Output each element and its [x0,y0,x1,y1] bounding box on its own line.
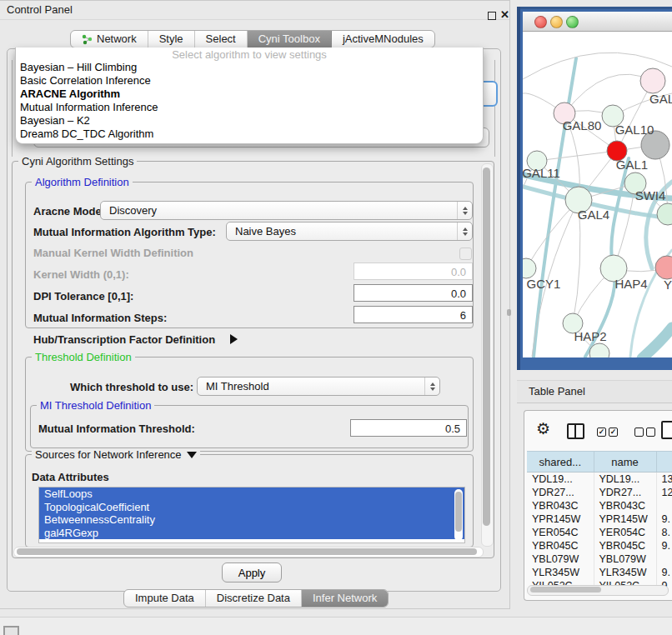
column-header-partial[interactable] [656,452,672,472]
settings-horizontal-scrollbar[interactable] [13,547,484,558]
mi-threshold-field[interactable]: 0.5 [350,419,467,437]
algorithm-option-aracne-algorithm[interactable]: ARACNE Algorithm [16,88,483,101]
node-attribute-table[interactable]: shared...name YDL19...YDL19...13YDR27...… [527,451,672,592]
float-panel-icon[interactable] [488,12,496,20]
table-cell: YDL19... [594,472,656,487]
column-header-name[interactable]: name [594,452,656,472]
manual-kernel-checkbox[interactable] [459,248,472,260]
table-row[interactable]: YBR045CYBR045C9. [527,539,672,552]
zoom-window-button[interactable] [566,16,579,28]
node-label-gal: GAL [649,92,672,106]
algorithm-option-bayesian-k2[interactable]: Bayesian – K2 [16,114,483,128]
aracne-mode-combo[interactable]: Discovery [100,201,473,220]
tab-impute-data[interactable]: Impute Data [124,590,206,607]
group-border-fragment [12,60,13,157]
node-unlabeled[interactable] [657,203,672,225]
table-cell: YDL19... [527,472,594,487]
attribute-item-selfloops[interactable]: SelfLoops [39,488,464,501]
table-cell: YER054C [527,526,594,539]
which-threshold-value: MI Threshold [206,380,269,392]
network-graph[interactable]: GALGAL80GAL10GAL1GAL11SWI4GAL4GCY1HAP4YH… [523,31,672,358]
cyni-settings-title: Cyni Algorithm Settings [18,155,137,168]
mi-threshold-group-title: MI Threshold Definition [37,399,154,412]
table-row[interactable]: YDL19...YDL19...13 [527,472,672,487]
table-cell: 9. [656,566,672,579]
which-threshold-combo[interactable]: MI Threshold [197,377,440,396]
table-cell [656,499,672,512]
algorithm-option-dream8-dc-tdc-algorithm[interactable]: Dream8 DC_TDC Algorithm [16,128,483,141]
table-panel-title: Table Panel [529,385,585,398]
table-row[interactable]: YBR043CYBR043C [527,499,672,512]
algorithm-dropdown-popup: Select algorithm to view settings Bayesi… [15,48,484,144]
table-cell: YER054C [594,526,656,539]
table-cell: 12 [656,486,672,499]
tab-style[interactable]: Style [148,31,195,48]
aracne-mode-value: Discovery [109,204,157,217]
attribute-item-gal4rgexp[interactable]: gal4RGexp [39,527,464,540]
kernel-width-field[interactable]: 0.0 [354,262,473,280]
close-window-button[interactable] [534,16,547,28]
node-label-swi4: SWI4 [635,188,666,202]
table-panel-header[interactable]: Table Panel [517,380,672,403]
combo-arrows-icon [457,202,472,219]
attribute-item-betweennesscentrality[interactable]: BetweennessCentrality [39,513,464,527]
combo-arrows-icon [424,378,439,395]
tab-label: Network [97,31,137,48]
control-panel-tabs: NetworkStyleSelectCyni ToolboxjActiveMNo… [70,30,435,48]
dpi-tolerance-field[interactable]: 0.0 [354,284,473,302]
attributes-scrollbar[interactable] [454,489,463,541]
attribute-item-topologicalcoefficient[interactable]: TopologicalCoefficient [39,501,464,514]
node-label-gal10: GAL10 [615,122,654,137]
table-cell: YBR045C [527,539,594,552]
table-panel-window: ⚙ ✓✓ shared...name YDL19...YDL19...13YDR… [524,410,672,601]
tab-infer-network[interactable]: Infer Network [302,590,388,607]
node-gal[interactable] [640,68,665,93]
tab-cyni-toolbox[interactable]: Cyni Toolbox [248,31,332,48]
tab-network[interactable]: Network [71,31,148,48]
status-strip [0,617,672,635]
table-cell: YDR27... [594,486,656,499]
table-horizontal-scrollbar[interactable] [527,585,669,596]
table-row[interactable]: YDR27...YDR27...12 [527,486,672,499]
export-table-icon[interactable] [661,421,672,439]
settings-vertical-scrollbar[interactable] [481,163,494,547]
close-panel-icon[interactable]: ✕ [500,8,509,21]
node-gcy1[interactable] [523,258,536,278]
settings-gear-icon[interactable]: ⚙ [536,419,550,438]
tab-discretize-data[interactable]: Discretize Data [206,590,302,607]
select-all-icon[interactable]: ✓✓ [597,428,618,437]
threshold-definition-title: Threshold Definition [32,351,135,363]
apply-button[interactable]: Apply [222,562,282,582]
table-row[interactable]: YER054CYER054C8. [527,526,672,539]
table-row[interactable]: YPR145WYPR145W9. [527,512,672,526]
aracne-mode-label: Aracne Mode: [33,205,105,218]
algorithm-definition-title: Algorithm Definition [32,176,133,188]
data-attributes-list[interactable]: SelfLoopsTopologicalCoefficientBetweenne… [38,487,465,543]
algorithm-option-mutual-information-inference[interactable]: Mutual Information Inference [16,101,483,114]
algorithm-option-basic-correlation-inference[interactable]: Basic Correlation Inference [16,74,483,88]
column-header-shared[interactable]: shared... [527,452,594,472]
algorithm-option-bayesian-hill-climbing[interactable]: Bayesian – Hill Climbing [16,61,483,74]
node-y[interactable] [655,256,672,279]
table-cell: YPR145W [594,512,656,526]
table-cell: YDR27... [527,486,594,499]
mi-type-combo[interactable]: Naive Bayes [226,222,473,241]
sources-title[interactable]: Sources for Network Inference [32,448,200,461]
splitter-handle[interactable] [507,309,511,316]
which-threshold-label: Which threshold to use: [70,381,193,393]
expand-right-icon[interactable] [230,334,238,344]
network-window-titlebar[interactable] [523,12,672,32]
minimize-window-button[interactable] [550,16,563,28]
tab-jactivemnodules[interactable]: jActiveMNodules [332,31,434,48]
table-cell: YPR145W [527,512,594,526]
column-layout-icon[interactable] [567,423,584,439]
mi-steps-field[interactable]: 6 [354,306,473,323]
deselect-all-icon[interactable] [634,428,655,437]
control-panel-title: Control Panel [7,3,73,16]
tab-label: Cyni Toolbox [258,31,320,48]
tab-select[interactable]: Select [195,31,248,48]
table-row[interactable]: YLR345WYLR345W9. [527,566,672,579]
table-row[interactable]: YBL079WYBL079W [527,552,672,566]
minimized-panel-icon[interactable] [3,626,19,635]
node-label-gal11: GAL11 [523,166,560,180]
